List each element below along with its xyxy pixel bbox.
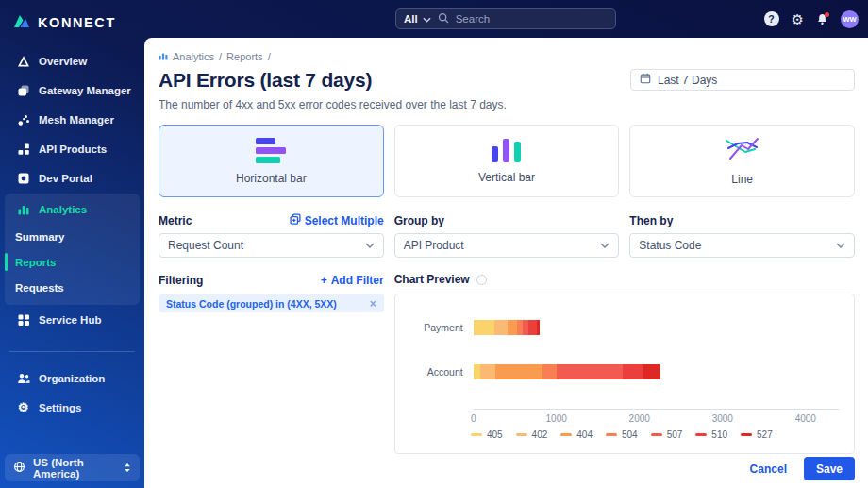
- legend-label: 504: [622, 429, 638, 440]
- sort-carets-icon: [124, 463, 131, 473]
- sidebar: KONNECT Overview Gateway Manager Mesh Ma…: [0, 0, 144, 488]
- x-axis-tick: 0: [471, 413, 476, 424]
- chart-bar-segment-507: [557, 364, 623, 379]
- dev-portal-icon: [16, 172, 30, 185]
- chart-bar-segment-404: [495, 364, 542, 379]
- select-multiple-label: Select Multiple: [305, 214, 384, 227]
- chart-bar-segment-527: [643, 364, 660, 379]
- chart-type-card[interactable]: Vertical bar: [394, 125, 620, 197]
- legend-swatch: [695, 433, 707, 437]
- report-controls: Metric Select Multiple Request Count Gro…: [159, 213, 855, 258]
- legend-label: 405: [487, 429, 503, 440]
- sidebar-item-label: Dev Portal: [39, 173, 92, 184]
- plus-icon: +: [321, 274, 327, 287]
- legend-label: 507: [667, 429, 683, 440]
- filter-and-preview: Filtering + Add Filter Status Code (grou…: [159, 273, 855, 454]
- search-scope-dropdown[interactable]: All: [404, 13, 431, 25]
- topbar: All ? ⚙ WW: [144, 0, 868, 38]
- region-label: US (North America): [33, 457, 116, 480]
- sidebar-item-settings[interactable]: ⚙ Settings: [0, 393, 144, 422]
- sidebar-subitem-label: Summary: [15, 231, 64, 243]
- chart-bar-segment-404: [508, 320, 517, 335]
- legend-swatch: [606, 433, 617, 437]
- chart-bar-segment-510: [623, 364, 643, 379]
- global-search[interactable]: All: [395, 8, 616, 29]
- sidebar-item-gateway-manager[interactable]: Gateway Manager: [0, 76, 144, 105]
- date-range-label: Last 7 Days: [658, 74, 717, 87]
- chart-preview-card: PaymentAccount 01000200030004000 4054024…: [394, 294, 855, 454]
- group-by-control: Group by API Product: [394, 213, 620, 258]
- search-input[interactable]: [456, 13, 569, 25]
- region-selector[interactable]: US (North America): [5, 454, 140, 481]
- group-by-select[interactable]: API Product: [394, 233, 620, 258]
- sidebar-item-overview[interactable]: Overview: [0, 46, 144, 76]
- chart-bar-segment-405: [474, 364, 480, 379]
- sidebar-item-organization[interactable]: Organization: [0, 363, 144, 393]
- add-filter-label: Add Filter: [331, 274, 384, 287]
- legend-swatch: [516, 433, 527, 437]
- select-multiple-icon: [290, 213, 301, 227]
- sidebar-item-label: Service Hub: [39, 314, 101, 326]
- sidebar-item-label: Overview: [39, 56, 87, 67]
- legend-item: 402: [516, 429, 548, 440]
- breadcrumb-separator: /: [219, 51, 222, 62]
- sidebar-divider: [9, 351, 135, 352]
- chart-bar-segment-527: [537, 320, 541, 335]
- legend-label: 402: [532, 429, 548, 440]
- then-by-value: Status Code: [639, 239, 701, 252]
- api-products-icon: [16, 143, 30, 156]
- close-icon[interactable]: ×: [370, 298, 376, 310]
- breadcrumb-item[interactable]: Reports: [226, 51, 263, 62]
- metric-label: Metric: [159, 214, 192, 227]
- breadcrumb-item[interactable]: Analytics: [173, 51, 214, 62]
- save-button[interactable]: Save: [804, 457, 855, 480]
- date-range-picker[interactable]: Last 7 Days: [630, 69, 855, 91]
- chevron-down-icon: [600, 243, 609, 248]
- chart-type-card[interactable]: Horizontal bar: [159, 125, 384, 197]
- filter-chip[interactable]: Status Code (grouped) in (4XX, 5XX) ×: [159, 294, 384, 312]
- metric-control: Metric Select Multiple Request Count: [159, 213, 384, 258]
- chart-bar: [474, 320, 839, 335]
- select-multiple-link[interactable]: Select Multiple: [290, 213, 384, 227]
- globe-icon: [13, 461, 25, 475]
- sidebar-subitem-requests[interactable]: Requests: [5, 275, 140, 300]
- main-panel: Analytics / Reports / API Errors (last 7…: [144, 38, 868, 488]
- notifications-bell-icon[interactable]: [816, 13, 828, 25]
- legend-swatch: [471, 433, 482, 437]
- sidebar-subitem-summary[interactable]: Summary: [5, 224, 140, 249]
- avatar[interactable]: WW: [841, 10, 859, 28]
- legend-swatch: [741, 433, 752, 437]
- mesh-icon: [16, 113, 30, 126]
- search-icon: [438, 10, 449, 27]
- add-filter-link[interactable]: + Add Filter: [321, 274, 384, 287]
- cancel-button[interactable]: Cancel: [750, 463, 787, 476]
- calendar-icon: [640, 73, 651, 87]
- gear-icon[interactable]: ⚙: [792, 12, 804, 26]
- filtering-label: Filtering: [159, 274, 203, 287]
- chart-row: Account: [405, 364, 839, 379]
- then-by-select[interactable]: Status Code: [629, 233, 855, 258]
- sidebar-item-mesh-manager[interactable]: Mesh Manager: [0, 105, 144, 134]
- sidebar-subitem-reports[interactable]: Reports: [5, 249, 140, 275]
- chart-type-card[interactable]: Line: [629, 125, 855, 197]
- gateway-icon: [16, 84, 30, 97]
- chart-preview-section: Chart Preview PaymentAccount 01000200030…: [394, 273, 855, 454]
- analytics-group: Analytics Summary Reports Requests: [5, 194, 140, 305]
- horizontal-bar-icon: [256, 138, 286, 163]
- sidebar-item-api-products[interactable]: API Products: [0, 134, 144, 163]
- sidebar-item-analytics[interactable]: Analytics: [5, 194, 140, 224]
- sidebar-item-label: Mesh Manager: [39, 114, 114, 126]
- sidebar-item-dev-portal[interactable]: Dev Portal: [0, 163, 144, 193]
- chart-bar-segment-504: [542, 364, 557, 379]
- chart-bar: [474, 364, 839, 379]
- metric-select[interactable]: Request Count: [159, 233, 384, 258]
- chart-type-label: Horizontal bar: [236, 172, 307, 185]
- help-icon[interactable]: ?: [764, 11, 779, 26]
- sidebar-item-service-hub[interactable]: Service Hub: [0, 305, 144, 334]
- sidebar-item-label: Organization: [39, 373, 105, 384]
- logo[interactable]: KONNECT: [0, 0, 144, 34]
- sidebar-subitem-label: Reports: [15, 257, 56, 268]
- legend-item: 507: [651, 429, 683, 440]
- organization-icon: [16, 372, 30, 385]
- then-by-control: Then by Status Code: [629, 213, 855, 258]
